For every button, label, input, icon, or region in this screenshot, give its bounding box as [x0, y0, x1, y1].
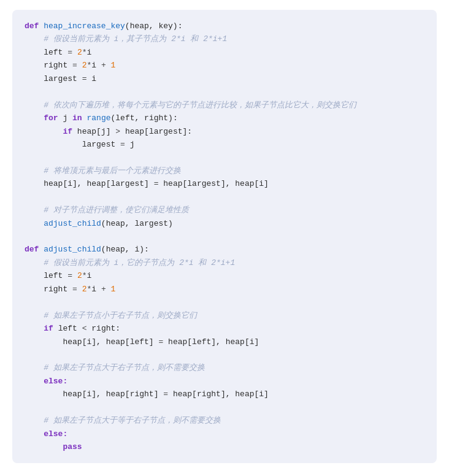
- description-text: 在这个实现中，我们利用了 INSERTION-SORT 内循环部分的思想，只用一…: [12, 473, 437, 476]
- code-block: def heap_increase_key(heap, key): # 假设当前…: [12, 10, 437, 463]
- main-container: def heap_increase_key(heap, key): # 假设当前…: [0, 0, 449, 476]
- code-content: def heap_increase_key(heap, key): # 假设当前…: [25, 20, 424, 453]
